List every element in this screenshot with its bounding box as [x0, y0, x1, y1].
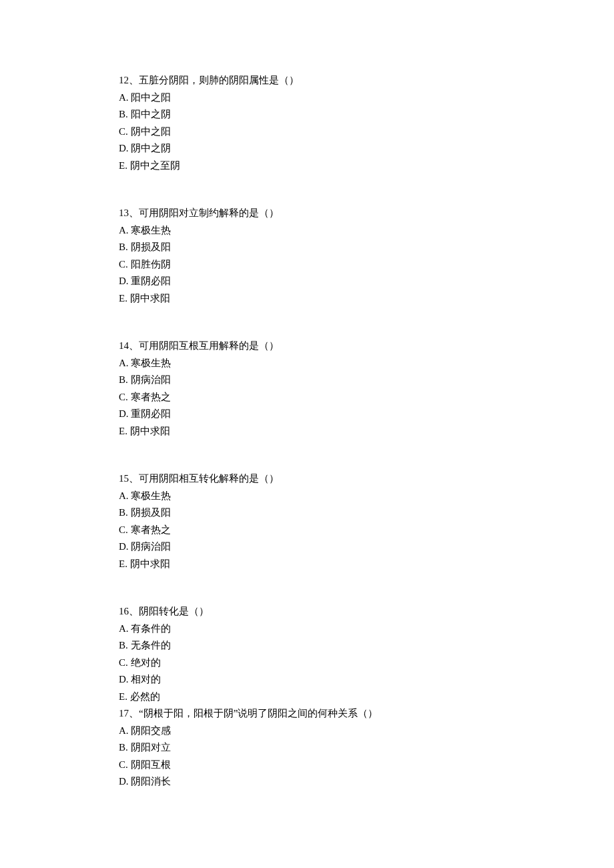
- question-12-option-b: B. 阳中之阴: [119, 106, 547, 123]
- question-16-option-d: D. 相对的: [119, 671, 547, 689]
- question-16-option-a: A. 有条件的: [119, 620, 547, 638]
- question-17-option-d: D. 阴阳消长: [119, 773, 547, 791]
- question-14-option-c: C. 寒者热之: [119, 389, 547, 406]
- question-15-stem: 15、可用阴阳相互转化解释的是（）: [119, 470, 547, 488]
- question-12-option-c: C. 阴中之阳: [119, 123, 547, 141]
- question-12-option-d: D. 阴中之阴: [119, 140, 547, 157]
- question-12-stem: 12、五脏分阴阳，则肺的阴阳属性是（）: [119, 72, 547, 89]
- question-16-stem: 16、阴阳转化是（）: [119, 603, 547, 620]
- question-14-option-d: D. 重阴必阳: [119, 406, 547, 423]
- question-15: 15、可用阴阳相互转化解释的是（） A. 寒极生热 B. 阴损及阳 C. 寒者热…: [119, 470, 547, 572]
- question-15-option-c: C. 寒者热之: [119, 522, 547, 539]
- question-13-option-a: A. 寒极生热: [119, 222, 547, 240]
- question-12-option-a: A. 阳中之阳: [119, 89, 547, 107]
- question-13-option-e: E. 阴中求阳: [119, 290, 547, 308]
- question-15-option-e: E. 阴中求阳: [119, 556, 547, 573]
- question-15-option-d: D. 阴病治阳: [119, 538, 547, 556]
- question-16: 16、阴阳转化是（） A. 有条件的 B. 无条件的 C. 绝对的 D. 相对的…: [119, 603, 547, 705]
- question-13-option-b: B. 阴损及阳: [119, 239, 547, 256]
- question-14: 14、可用阴阳互根互用解释的是（） A. 寒极生热 B. 阴病治阳 C. 寒者热…: [119, 338, 547, 440]
- question-16-option-e: E. 必然的: [119, 689, 547, 706]
- question-15-option-b: B. 阴损及阳: [119, 504, 547, 522]
- question-13: 13、可用阴阳对立制约解释的是（） A. 寒极生热 B. 阴损及阳 C. 阳胜伤…: [119, 205, 547, 307]
- question-14-option-e: E. 阴中求阳: [119, 423, 547, 440]
- question-12: 12、五脏分阴阳，则肺的阴阳属性是（） A. 阳中之阳 B. 阳中之阴 C. 阴…: [119, 72, 547, 174]
- question-17-stem: 17、“阴根于阳，阳根于阴”说明了阴阳之间的何种关系（）: [119, 705, 547, 723]
- question-14-option-a: A. 寒极生热: [119, 355, 547, 372]
- question-17-option-b: B. 阴阳对立: [119, 739, 547, 757]
- question-12-option-e: E. 阴中之至阴: [119, 157, 547, 175]
- question-17: 17、“阴根于阳，阳根于阴”说明了阴阳之间的何种关系（） A. 阴阳交感 B. …: [119, 705, 547, 791]
- question-17-option-c: C. 阴阳互根: [119, 757, 547, 774]
- question-14-option-b: B. 阴病治阳: [119, 372, 547, 389]
- question-14-stem: 14、可用阴阳互根互用解释的是（）: [119, 338, 547, 355]
- question-13-option-c: C. 阳胜伤阴: [119, 256, 547, 274]
- question-17-option-a: A. 阴阳交感: [119, 723, 547, 740]
- question-16-option-c: C. 绝对的: [119, 655, 547, 672]
- question-13-option-d: D. 重阴必阳: [119, 273, 547, 290]
- question-16-option-b: B. 无条件的: [119, 637, 547, 655]
- question-15-option-a: A. 寒极生热: [119, 488, 547, 505]
- question-13-stem: 13、可用阴阳对立制约解释的是（）: [119, 205, 547, 222]
